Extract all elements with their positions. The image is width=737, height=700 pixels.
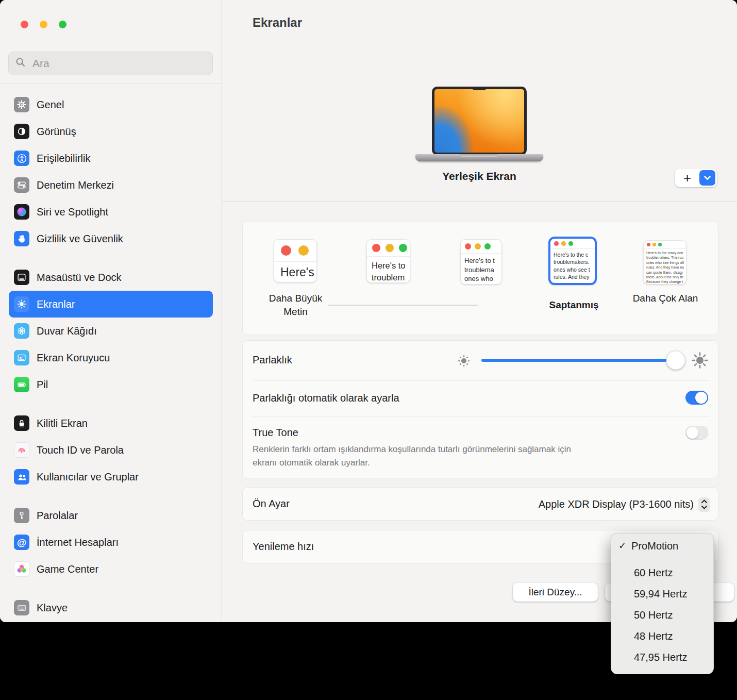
sidebar-item-ekranlar[interactable]: Ekranlar	[9, 291, 213, 318]
stepper-chevrons-icon[interactable]	[698, 497, 710, 512]
scaling-card: Here's Daha Büyük Metin Here's totrouble…	[242, 222, 718, 335]
sidebar-group-gap	[9, 252, 213, 264]
menu-item-4795hz[interactable]: 47,95 Hertz	[611, 647, 713, 668]
sidebar-item-label: Denetim Merkezi	[37, 179, 114, 191]
sidebar-item-gorunus[interactable]: Görünüş	[9, 118, 213, 145]
sidebar-item-label: Touch ID ve Parola	[37, 444, 124, 456]
dock-icon	[14, 270, 29, 285]
sidebar-item-touch-id[interactable]: Touch ID ve Parola	[9, 437, 213, 463]
at-glyph: @	[17, 538, 27, 547]
page-title: Ekranlar	[253, 15, 302, 30]
preset-label: Ön Ayar	[253, 498, 290, 510]
display-notch	[473, 87, 486, 90]
thumb-red-dot	[554, 241, 559, 246]
control-center-icon	[14, 177, 29, 193]
thumb-green-dot	[568, 241, 573, 246]
brightness-dim-icon	[457, 354, 471, 370]
refresh-rate-menu: ✓ ProMotion 60 Hertz 59,94 Hertz 50 Hert…	[611, 533, 714, 674]
thumb-yellow-dot	[652, 243, 656, 246]
hand-icon	[14, 231, 29, 246]
brightness-label: Parlaklık	[253, 354, 292, 366]
search-field[interactable]	[8, 52, 213, 75]
auto-brightness-toggle[interactable]	[685, 391, 708, 405]
sidebar-item-label: İnternet Hesapları	[37, 537, 119, 548]
toggle-knob	[695, 392, 707, 404]
fingerprint-icon	[14, 442, 29, 458]
wallpaper	[434, 89, 524, 153]
brightness-slider-track[interactable]	[481, 359, 666, 362]
thumb-green-dot	[484, 243, 491, 249]
scaling-option-label: Daha Çok Alan	[632, 292, 698, 305]
advanced-button[interactable]: İleri Düzey...	[513, 583, 598, 602]
scaling-option-3[interactable]: Here's to ttroublemaones who	[460, 239, 502, 285]
sidebar-item-klavye[interactable]: Klavye	[9, 594, 213, 621]
sidebar-item-label: Game Center	[37, 563, 98, 575]
sidebar-nav: Genel Görünüş Erişilebilirlik	[9, 91, 213, 621]
sidebar-item-genel[interactable]: Genel	[9, 91, 213, 118]
search-icon	[15, 57, 26, 70]
minimize-button[interactable]	[40, 21, 47, 28]
thumb-yellow-dot	[298, 245, 309, 256]
sidebar-item-pil[interactable]: Pil	[9, 371, 213, 398]
sidebar-item-label: Masaüstü ve Dock	[37, 272, 122, 284]
menu-item-60hz[interactable]: 60 Hertz	[611, 562, 713, 584]
users-icon	[14, 469, 29, 485]
system-settings-window: Genel Görünüş Erişilebilirlik	[0, 0, 737, 622]
menu-item-5994hz[interactable]: 59,94 Hertz	[611, 584, 713, 605]
sidebar-item-erisilebilirlik[interactable]: Erişilebilirlik	[9, 145, 213, 172]
add-display-button[interactable]: +	[675, 169, 699, 187]
scaling-divider-line	[328, 305, 478, 306]
preset-select[interactable]: Apple XDR Display (P3-1600 nits)	[539, 488, 710, 521]
sidebar-item-label: Görünüş	[37, 126, 76, 138]
menu-item-label: 48 Hertz	[634, 630, 673, 642]
sidebar-item-label: Kilitli Ekran	[37, 418, 88, 429]
sidebar-item-denetim-merkezi[interactable]: Denetim Merkezi	[9, 172, 213, 198]
gear-icon	[14, 97, 29, 112]
add-display-split-button: +	[675, 169, 717, 187]
sidebar-item-masaustu-dock[interactable]: Masaüstü ve Dock	[9, 264, 213, 291]
screen: Genel Görünüş Erişilebilirlik	[0, 0, 737, 700]
accessibility-icon	[14, 151, 29, 166]
zoom-button[interactable]	[59, 21, 66, 28]
sidebar-item-gizlilik[interactable]: Gizlilik ve Güvenlik	[9, 225, 213, 252]
screensaver-icon	[14, 350, 29, 365]
true-tone-toggle[interactable]	[685, 426, 708, 440]
scaling-option-more-space[interactable]: Here's to the crazy onetroublemakers. Th…	[643, 240, 686, 285]
sidebar-item-kullanicilar[interactable]: Kullanıcılar ve Gruplar	[9, 463, 213, 490]
menu-item-48hz[interactable]: 48 Hertz	[611, 626, 713, 647]
search-input[interactable]	[31, 57, 206, 70]
sidebar-item-siri[interactable]: Siri ve Spotlight	[9, 198, 213, 225]
sidebar-item-label: Pil	[37, 379, 48, 391]
sidebar-item-kilitli-ekran[interactable]: Kilitli Ekran	[9, 410, 213, 437]
sidebar-item-duvar-kagidi[interactable]: Duvar Kâğıdı	[9, 318, 213, 344]
sidebar-item-parolalar[interactable]: Parolalar	[9, 502, 213, 529]
scaling-option-2[interactable]: Here's totroublem	[366, 239, 410, 283]
laptop-base-notch	[460, 154, 498, 157]
chevron-down-icon	[703, 175, 711, 180]
auto-brightness-label: Parlaklığı otomatik olarak ayarla	[253, 392, 399, 404]
row-divider	[253, 380, 710, 381]
thumb-yellow-dot	[475, 243, 481, 249]
sidebar-item-label: Ekran Koruyucu	[37, 352, 110, 364]
add-display-menu-button[interactable]	[699, 170, 715, 186]
scaling-option-larger-text[interactable]: Here's	[274, 239, 317, 282]
brightness-slider-knob[interactable]	[666, 351, 685, 370]
sidebar-group-gap	[9, 582, 213, 594]
menu-item-label: 59,94 Hertz	[634, 588, 687, 600]
menu-item-50hz[interactable]: 50 Hertz	[611, 605, 713, 626]
sidebar-item-game-center[interactable]: Game Center	[9, 556, 213, 582]
sidebar-item-ekran-koruyucu[interactable]: Ekran Koruyucu	[9, 344, 213, 371]
scaling-option-label-selected: Saptanmış	[537, 298, 611, 312]
close-button[interactable]	[21, 21, 28, 28]
scaling-option-default[interactable]: Here's to the ctroublemakers. ones who s…	[548, 237, 597, 285]
thumb-green-dot	[658, 243, 662, 246]
display-name-label: Yerleşik Ekran	[402, 170, 557, 182]
menu-item-promotion[interactable]: ✓ ProMotion	[611, 536, 713, 556]
sidebar-item-internet-hesaplari[interactable]: @ İnternet Hesapları	[9, 529, 213, 556]
preset-card: Ön Ayar Apple XDR Display (P3-1600 nits)	[242, 487, 718, 521]
true-tone-description: Renklerin farklı ortam ışıklandırma koşu…	[253, 443, 571, 469]
thumb-red-dot	[647, 243, 650, 246]
row-divider	[253, 416, 710, 416]
sidebar-item-label: Genel	[37, 99, 64, 111]
sidebar-item-label: Gizlilik ve Güvenlik	[37, 233, 123, 245]
